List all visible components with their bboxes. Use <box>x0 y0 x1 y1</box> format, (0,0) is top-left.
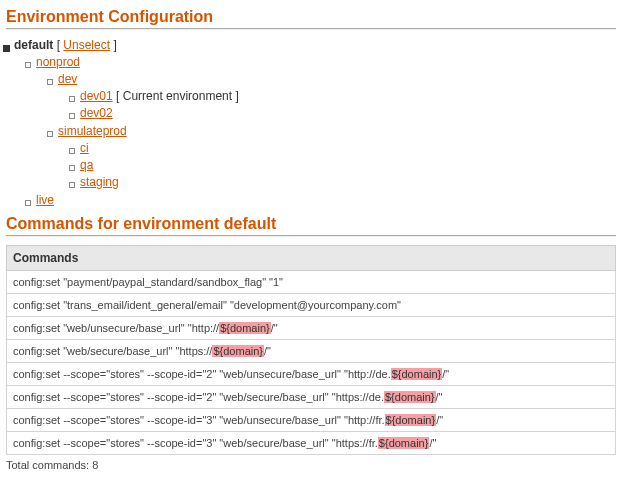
env-link-qa[interactable]: qa <box>80 158 93 172</box>
command-text: /" <box>429 437 436 449</box>
env-link-dev[interactable]: dev <box>58 72 77 86</box>
total-commands-label: Total commands: 8 <box>6 459 616 471</box>
command-text: config:set --scope="stores" --scope-id="… <box>13 414 385 426</box>
env-link-ci[interactable]: ci <box>80 141 89 155</box>
command-cell: config:set "web/secure/base_url" "https:… <box>7 340 616 363</box>
bracket-close: ] <box>113 38 116 52</box>
env-link-nonprod[interactable]: nonprod <box>36 55 80 69</box>
tree-item-dev: dev dev01 [ Current environment ] dev02 <box>58 72 616 120</box>
divider <box>6 235 616 237</box>
env-link-simulateprod[interactable]: simulateprod <box>58 124 127 138</box>
command-text: config:set --scope="stores" --scope-id="… <box>13 368 391 380</box>
environment-tree: default [ Unselect ] nonprod dev dev01 [… <box>6 38 616 207</box>
table-row: config:set --scope="stores" --scope-id="… <box>7 363 616 386</box>
table-row: config:set "trans_email/ident_general/em… <box>7 294 616 317</box>
highlight-token: ${domain} <box>219 322 271 334</box>
command-text: config:set --scope="stores" --scope-id="… <box>13 437 378 449</box>
table-row: config:set --scope="stores" --scope-id="… <box>7 409 616 432</box>
command-cell: config:set "trans_email/ident_general/em… <box>7 294 616 317</box>
command-text: config:set "web/secure/base_url" "https:… <box>13 345 212 357</box>
env-link-live[interactable]: live <box>36 193 54 207</box>
commands-table: Commands config:set "payment/paypal_stan… <box>6 245 616 455</box>
table-row: config:set --scope="stores" --scope-id="… <box>7 432 616 455</box>
command-text: config:set --scope="stores" --scope-id="… <box>13 391 384 403</box>
tree-item-simulateprod: simulateprod ci qa staging <box>58 124 616 189</box>
highlight-token: ${domain} <box>378 437 430 449</box>
highlight-token: ${domain} <box>385 414 437 426</box>
current-env-label: [ Current environment ] <box>116 89 239 103</box>
tree-item-dev02: dev02 <box>80 106 616 120</box>
tree-item-ci: ci <box>80 141 616 155</box>
env-link-staging[interactable]: staging <box>80 175 119 189</box>
tree-item-default: default [ Unselect ] nonprod dev dev01 [… <box>14 38 616 207</box>
tree-item-qa: qa <box>80 158 616 172</box>
command-cell: config:set "payment/paypal_standard/sand… <box>7 271 616 294</box>
env-link-dev02[interactable]: dev02 <box>80 106 113 120</box>
command-text: /" <box>271 322 278 334</box>
command-cell: config:set "web/unsecure/base_url" "http… <box>7 317 616 340</box>
command-cell: config:set --scope="stores" --scope-id="… <box>7 432 616 455</box>
divider <box>6 28 616 30</box>
table-row: config:set --scope="stores" --scope-id="… <box>7 386 616 409</box>
command-cell: config:set --scope="stores" --scope-id="… <box>7 386 616 409</box>
command-text: /" <box>264 345 271 357</box>
command-text: /" <box>436 414 443 426</box>
tree-item-nonprod: nonprod dev dev01 [ Current environment … <box>36 55 616 189</box>
table-row: config:set "web/unsecure/base_url" "http… <box>7 317 616 340</box>
command-text: config:set "web/unsecure/base_url" "http… <box>13 322 219 334</box>
table-row: config:set "web/secure/base_url" "https:… <box>7 340 616 363</box>
highlight-token: ${domain} <box>212 345 264 357</box>
command-cell: config:set --scope="stores" --scope-id="… <box>7 409 616 432</box>
highlight-token: ${domain} <box>384 391 436 403</box>
tree-label-default: default <box>14 38 53 52</box>
section-title-env-config: Environment Configuration <box>6 8 616 26</box>
command-text: /" <box>442 368 449 380</box>
tree-item-dev01: dev01 [ Current environment ] <box>80 89 616 103</box>
highlight-token: ${domain} <box>391 368 443 380</box>
section-title-commands: Commands for environment default <box>6 215 616 233</box>
table-row: config:set "payment/paypal_standard/sand… <box>7 271 616 294</box>
commands-header: Commands <box>7 246 616 271</box>
tree-item-live: live <box>36 193 616 207</box>
tree-item-staging: staging <box>80 175 616 189</box>
command-text: /" <box>436 391 443 403</box>
unselect-link[interactable]: Unselect <box>63 38 110 52</box>
env-link-dev01[interactable]: dev01 <box>80 89 113 103</box>
command-text: config:set "payment/paypal_standard/sand… <box>13 276 283 288</box>
command-cell: config:set --scope="stores" --scope-id="… <box>7 363 616 386</box>
command-text: config:set "trans_email/ident_general/em… <box>13 299 401 311</box>
